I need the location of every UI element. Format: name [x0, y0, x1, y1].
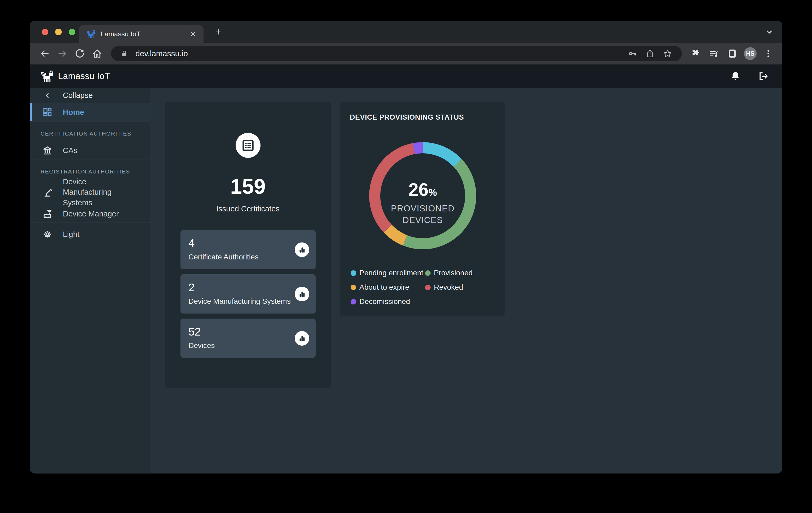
- stat-card-devices[interactable]: 52 Devices: [180, 319, 316, 358]
- donut-center-line2: DEVICES: [403, 215, 443, 225]
- traffic-lights: [41, 29, 75, 35]
- lock-icon[interactable]: [118, 47, 130, 60]
- legend-item: Revoked: [425, 282, 472, 293]
- bar-chart-icon: [295, 331, 309, 346]
- share-icon[interactable]: [644, 47, 657, 60]
- sidebar-item-label: CAs: [63, 146, 77, 155]
- theme-gear-icon: [41, 229, 53, 240]
- issued-certificates-label: Issued Certificates: [165, 205, 331, 213]
- new-tab-button[interactable]: +: [212, 26, 225, 38]
- donut-center-line1: PROVISIONED: [391, 204, 455, 214]
- legend-dot: [351, 270, 356, 276]
- legend-dot: [351, 299, 356, 304]
- stat-value: 2: [188, 281, 308, 294]
- percent-sign: %: [429, 187, 437, 198]
- forward-icon[interactable]: [55, 46, 70, 61]
- address-bar[interactable]: dev.lamassu.io: [111, 46, 682, 61]
- legend-dot: [425, 285, 431, 290]
- legend-item: Pending enrollment: [351, 268, 425, 278]
- legend-item: Decomissioned: [351, 296, 425, 307]
- profile-avatar[interactable]: HS: [744, 47, 757, 60]
- sidebar-section-certification: CERTIFICATION AUTHORITIES: [30, 122, 150, 142]
- notifications-bell-icon[interactable]: [727, 68, 744, 85]
- sidebar-item-label: Device Manufacturing Systems: [63, 177, 132, 208]
- issued-certificates-count: 159: [165, 174, 331, 199]
- bookmark-star-icon[interactable]: [661, 47, 674, 60]
- tab-title: Lamassu IoT: [101, 30, 188, 38]
- legend-label: About to expire: [359, 283, 409, 292]
- bar-chart-icon: [295, 287, 309, 301]
- provisioning-donut: 26% PROVISIONED DEVICES: [369, 142, 476, 249]
- sidebar-item-device-manufacturing-systems[interactable]: Device Manufacturing Systems: [30, 180, 150, 205]
- toolbar-right-icons: HS: [688, 47, 775, 60]
- sidebar-item-cas[interactable]: CAs: [30, 142, 150, 159]
- stats-list: 4 Certificate Authorities 2 Device: [180, 230, 316, 358]
- home-icon[interactable]: [90, 46, 105, 61]
- donut-center-text: 26% PROVISIONED DEVICES: [369, 148, 476, 256]
- app-header: Lamassu IoT: [30, 64, 782, 88]
- browser-menu-dots-icon[interactable]: [761, 47, 775, 60]
- stat-value: 4: [188, 237, 308, 250]
- provisioned-percent: 26: [408, 179, 429, 199]
- sidebar-item-home[interactable]: Home: [30, 103, 150, 121]
- legend-item: About to expire: [351, 282, 425, 293]
- bar-chart-icon: [295, 242, 309, 257]
- sidebar-collapse-button[interactable]: Collapse: [30, 88, 150, 103]
- dashboard-icon: [41, 107, 53, 117]
- tab-close-icon[interactable]: ✕: [188, 30, 198, 38]
- legend-label: Pending enrollment: [359, 269, 423, 277]
- certificates-list-icon: [236, 133, 261, 158]
- donut-legend: Pending enrollment Provisioned About to …: [351, 268, 472, 307]
- browser-window: Lamassu IoT ✕ + dev.lamassu.io: [30, 21, 782, 474]
- stat-label: Device Manufacturing Systems: [188, 297, 308, 305]
- legend-dot: [425, 270, 431, 276]
- chevron-left-icon: [41, 91, 53, 100]
- main-content: 159 Issued Certificates 4 Certificate Au…: [150, 88, 782, 473]
- brand: Lamassu IoT: [40, 69, 110, 83]
- bank-icon: [41, 145, 53, 156]
- stat-label: Certificate Authorities: [188, 253, 308, 261]
- device-provisioning-card: DEVICE PROVISIONING STATUS 26% PROVISION…: [340, 102, 504, 317]
- sidebar-item-device-manager[interactable]: Device Manager: [30, 205, 150, 222]
- tab-strip: Lamassu IoT ✕ +: [30, 21, 782, 43]
- tab-lamassu-iot[interactable]: Lamassu IoT ✕: [79, 25, 204, 43]
- card-title: DEVICE PROVISIONING STATUS: [340, 102, 504, 122]
- favicon-lion-icon: [86, 29, 96, 39]
- stat-card-certificate-authorities[interactable]: 4 Certificate Authorities: [180, 230, 316, 269]
- url-text[interactable]: dev.lamassu.io: [136, 49, 621, 58]
- media-playlist-icon[interactable]: [707, 47, 721, 60]
- sidebar-item-label: Device Manager: [63, 210, 119, 218]
- maximize-window-button[interactable]: [69, 29, 75, 35]
- reload-icon[interactable]: [72, 46, 87, 61]
- stat-card-device-manufacturing-systems[interactable]: 2 Device Manufacturing Systems: [180, 274, 316, 314]
- stat-value: 52: [188, 325, 308, 338]
- brand-name: Lamassu IoT: [58, 71, 110, 81]
- sidebar-item-light-theme-toggle[interactable]: Light: [30, 223, 150, 246]
- stat-label: Devices: [188, 341, 308, 350]
- close-window-button[interactable]: [41, 29, 48, 35]
- browser-toolbar: dev.lamassu.io HS: [30, 43, 782, 64]
- issued-certificates-card: 159 Issued Certificates 4 Certificate Au…: [165, 102, 331, 388]
- router-icon: [41, 209, 53, 219]
- legend-label: Revoked: [434, 283, 463, 292]
- sidebar: Collapse Home CERTIFICATION AUTHORITIES: [30, 88, 150, 473]
- robot-arm-icon: [41, 187, 53, 197]
- tab-search-chevron-down-icon[interactable]: [764, 27, 775, 37]
- lamassu-logo-icon: [40, 69, 54, 83]
- legend-label: Decomissioned: [359, 297, 410, 306]
- back-icon[interactable]: [37, 46, 52, 61]
- minimize-window-button[interactable]: [55, 29, 62, 35]
- logout-icon[interactable]: [754, 68, 772, 85]
- side-panel-icon[interactable]: [725, 47, 739, 60]
- sidebar-item-label: Home: [63, 108, 84, 117]
- password-key-icon[interactable]: [626, 47, 639, 60]
- legend-dot: [351, 285, 356, 290]
- sidebar-item-label: Light: [63, 230, 80, 239]
- extensions-puzzle-icon[interactable]: [688, 47, 702, 60]
- legend-label: Provisioned: [434, 269, 472, 277]
- legend-item: Provisioned: [425, 268, 472, 278]
- collapse-label: Collapse: [63, 91, 93, 100]
